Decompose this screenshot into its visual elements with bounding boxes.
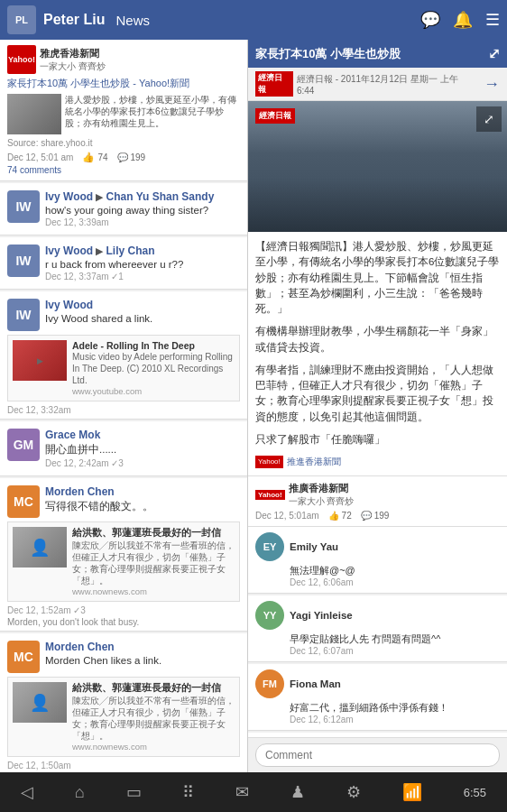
recent-apps-button[interactable]: ▭: [126, 782, 142, 802]
user-avatar[interactable]: PL: [7, 5, 36, 34]
news-headline[interactable]: 家長打本10萬 小學生也炒股 - Yahoo!新聞: [7, 77, 240, 90]
post-author[interactable]: Ivy Wood: [45, 299, 93, 311]
post-author[interactable]: Morden Chen: [45, 641, 115, 653]
post-text: Morden Chen likes a link.: [45, 655, 240, 666]
link-thumbnail: ▶: [13, 340, 67, 381]
link-source: www.nownews.com: [72, 742, 235, 752]
article-image: 經濟日報: [248, 101, 507, 232]
link-description: 陳宏欣╱所以我並不常有一些看班的信，但確正人才只有很少，切勿「催熟」子女；教育心…: [72, 540, 235, 586]
source-name: 雅虎香港新聞: [40, 47, 106, 60]
link-title: 給洪歡、郭蓮運班長最好的一封信: [72, 682, 235, 695]
more-source-logo: Yahoo!: [255, 456, 283, 468]
comment-item: YY Yagi Yinleise 早學定貼錢比人先 冇問題有問題^^ Dec 1…: [248, 595, 507, 662]
comment-item: EY Emily Yau 無法理解@~@ Dec 12, 6:06am: [248, 527, 507, 594]
avatar: IW: [7, 245, 40, 277]
post-time: Dec 12, 1:50am: [7, 761, 240, 770]
shared-comments[interactable]: 💬 199: [361, 511, 390, 521]
comment-time: Dec 12, 6:06am: [290, 577, 500, 587]
message-icon[interactable]: ✉: [235, 782, 249, 802]
avatar: GM: [7, 429, 40, 461]
post-author[interactable]: Ivy Wood: [45, 245, 93, 257]
post-target[interactable]: Chan Yu Shan Sandy: [106, 190, 215, 203]
article-image-container: 經濟日報 ⤢: [248, 101, 507, 232]
post-target[interactable]: Lily Chan: [106, 245, 155, 257]
back-button[interactable]: ◁: [21, 782, 33, 802]
fullscreen-button[interactable]: ⤢: [476, 106, 502, 132]
feed-item: IW Ivy Wood ▶ Lily Chan r u back from wh…: [0, 237, 247, 290]
more-source-link[interactable]: Yahoo! 推進香港新聞: [255, 455, 500, 468]
post-author[interactable]: Morden Chen: [45, 485, 115, 498]
bottom-navigation-bar: ◁ ⌂ ▭ ⠿ ✉ ♟ ⚙ 📶 6:55: [0, 772, 507, 812]
comment-count-label[interactable]: 74 comments: [7, 165, 240, 175]
shared-logo: Yahoo!: [255, 490, 285, 500]
notifications-icon[interactable]: 🔔: [453, 10, 473, 30]
menu-icon[interactable]: ☰: [485, 10, 500, 30]
shared-source-sub: 一家大小 齊齊炒: [289, 495, 355, 508]
avatar: MC: [7, 641, 40, 673]
expand-icon[interactable]: ⤢: [488, 45, 500, 62]
link-thumbnail: 👤: [13, 682, 67, 723]
avatar: IW: [7, 190, 40, 223]
feed-item: IW Ivy Wood ▶ Chan Yu Shan Sandy how's y…: [0, 183, 247, 235]
yahoo-logo: Yahoo!: [7, 45, 36, 74]
commenter-name[interactable]: Fiona Man: [290, 678, 341, 689]
comments-count[interactable]: 💬 199: [117, 152, 146, 162]
commenter-name[interactable]: Emily Yau: [290, 541, 338, 552]
post-author[interactable]: Grace Mok: [45, 429, 100, 441]
post-author[interactable]: Ivy Wood: [45, 190, 93, 203]
section-title: News: [115, 13, 420, 28]
comment-text: 無法理解@~@: [290, 564, 500, 577]
article-source-logo: 經濟日報: [255, 71, 293, 97]
shared-news-block: Yahoo! 推廣香港新聞 一家大小 齊齊炒 Dec 12, 5:01am 👍 …: [248, 475, 507, 527]
commenter-name[interactable]: Yagi Yinleise: [290, 610, 353, 621]
article-and-comments: 家長打本10萬 小學生也炒股 ⤢ 經濟日報 經濟日報 - 2011年12月12日…: [248, 40, 507, 737]
source-url: Source: share.yhoo.it: [7, 138, 240, 148]
commenter-avatar: EY: [255, 532, 284, 561]
article-source-bar: 經濟日報 經濟日報 - 2011年12月12日 星期一 上午 6:44 →: [248, 68, 507, 101]
link-title: Adele - Rolling In The Deep: [72, 340, 235, 351]
user-name: Peter Liu: [43, 12, 105, 28]
comment-reply: Morden, you don't look that busy.: [7, 617, 240, 627]
post-time: Dec 12, 1:52am ✓3: [7, 605, 240, 615]
link-description: Music video by Adele performing Rolling …: [72, 351, 235, 386]
image-watermark: 經濟日報: [255, 108, 295, 124]
more-source-text[interactable]: 推進香港新聞: [287, 455, 341, 468]
post-time: Dec 12, 3:39am: [45, 217, 240, 227]
link-description: 陳宏欣╱所以我並不常有一些看班的信，但確正人才只有很少，切勿「催熟」子女；教育心…: [72, 695, 235, 742]
home-button[interactable]: ⌂: [75, 783, 85, 802]
right-panel: 家長打本10萬 小學生也炒股 ⤢ 經濟日報 經濟日報 - 2011年12月12日…: [248, 40, 507, 772]
shared-source-name: 推廣香港新聞: [289, 482, 355, 495]
comment-text: 早學定貼錢比人先 冇問題有問題^^: [290, 632, 500, 646]
chat-icon[interactable]: 💬: [420, 10, 440, 30]
feed-item: MC Morden Chen 写得很不错的酸文。。 👤 給洪歡、郭蓮運班長最好的…: [0, 478, 247, 632]
link-source: www.nownews.com: [72, 586, 235, 596]
left-feed-panel: Yahoo! 雅虎香港新聞 一家大小 齊齊炒 家長打本10萬 小學生也炒股 - …: [0, 40, 248, 772]
link-source: www.youtube.com: [72, 386, 235, 396]
post-text: 開心血拼中......: [45, 443, 240, 457]
post-text: r u back from whereever u r??: [45, 259, 240, 270]
avatar: IW: [7, 299, 40, 331]
feed-item: IW Ivy Wood Ivy Wood shared a link. ▶ Ad…: [0, 291, 247, 420]
comment-input[interactable]: [255, 743, 500, 767]
commenter-avatar: FM: [255, 669, 284, 698]
arrow-right-icon[interactable]: →: [484, 75, 500, 94]
user-icon[interactable]: ♟: [290, 782, 305, 802]
link-preview[interactable]: ▶ Adele - Rolling In The Deep Music vide…: [7, 335, 240, 401]
post-time: Dec 12, 2:42am ✓3: [45, 458, 240, 468]
link-preview[interactable]: 👤 給洪歡、郭蓮運班長最好的一封信 陳宏欣╱所以我並不常有一些看班的信，但確正人…: [7, 677, 240, 757]
apps-icon[interactable]: ⠿: [182, 782, 194, 802]
network-icon[interactable]: 📶: [402, 782, 422, 802]
commenter-avatar: YY: [255, 601, 284, 630]
comment-text: 好富二代，搵到細路係中淨係有錢！: [290, 701, 500, 715]
settings-icon[interactable]: ⚙: [346, 782, 361, 802]
shared-likes[interactable]: 👍 72: [328, 511, 352, 521]
article-paragraph-2: 有機構舉辦理財教學，小學生稱顏花一半「身家」或借貸去投資。: [255, 324, 500, 355]
main-layout: Yahoo! 雅虎香港新聞 一家大小 齊齊炒 家長打本10萬 小學生也炒股 - …: [0, 40, 507, 772]
link-thumbnail: 👤: [13, 527, 67, 567]
article-header: 家長打本10萬 小學生也炒股 ⤢: [248, 40, 507, 68]
link-preview[interactable]: 👤 給洪歡、郭蓮運班長最好的一封信 陳宏欣╱所以我並不常有一些看班的信，但確正人…: [7, 521, 240, 602]
post-time: Dec 12, 5:01 am: [7, 152, 73, 162]
likes-count[interactable]: 👍 74: [82, 152, 107, 163]
comment-input-area: [248, 737, 507, 772]
post-time: Dec 12, 3:37am ✓1: [45, 272, 240, 281]
